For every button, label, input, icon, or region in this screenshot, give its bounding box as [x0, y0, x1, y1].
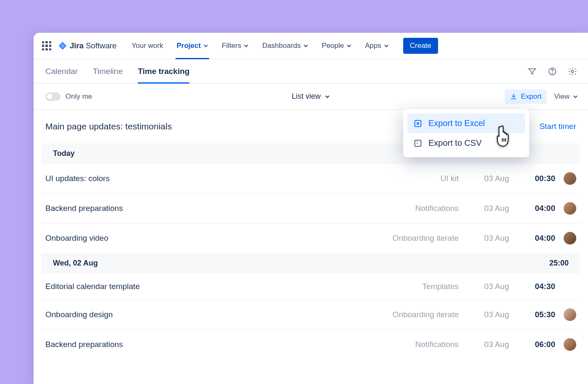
entry-project: UI kit	[349, 174, 459, 183]
entry-project: Onboarding iterate	[349, 234, 459, 243]
entry-date: 03 Aug	[459, 310, 509, 319]
entry-project: Templates	[349, 282, 459, 291]
entry-duration: 04:30	[509, 282, 555, 291]
nav-people[interactable]: People	[315, 33, 358, 59]
avatar	[564, 202, 576, 215]
svg-point-1	[552, 73, 553, 74]
export-csv-icon	[413, 139, 423, 148]
app-window: Jira Software Your work Project Filters …	[34, 33, 588, 384]
nav-project[interactable]: Project	[170, 33, 215, 59]
tabs: Calendar Timeline Time tracking	[45, 59, 189, 83]
time-entry-row[interactable]: Editorial calendar template Templates 03…	[41, 274, 580, 300]
entry-duration: 05:30	[509, 310, 555, 319]
entry-duration: 04:00	[509, 204, 555, 213]
group-name: Wed, 02 Aug	[53, 259, 98, 268]
export-csv-item[interactable]: Export to CSV	[407, 133, 525, 153]
svg-point-2	[571, 70, 574, 73]
jira-icon	[58, 41, 67, 50]
chevron-down-icon	[573, 94, 578, 99]
entry-avatar-cell	[555, 172, 576, 185]
nav-filters[interactable]: Filters	[215, 33, 255, 59]
chevron-down-icon	[244, 43, 249, 48]
brand-text: Jira Software	[70, 41, 117, 50]
chevron-down-icon	[303, 43, 308, 48]
top-nav: Jira Software Your work Project Filters …	[34, 33, 588, 59]
avatar	[564, 338, 576, 351]
entry-avatar-cell	[555, 232, 576, 245]
export-dropdown: Export to Excel Export to CSV	[403, 109, 529, 157]
entry-avatar-cell	[555, 308, 576, 321]
entry-avatar-cell	[555, 338, 576, 351]
entry-date: 03 Aug	[459, 204, 509, 213]
settings-icon[interactable]	[567, 66, 578, 77]
chevron-down-icon	[346, 43, 352, 48]
tab-time-tracking[interactable]: Time tracking	[138, 59, 189, 83]
time-entry-row[interactable]: Onboarding video Onboarding iterate 03 A…	[41, 224, 580, 253]
entry-name: UI updates: colors	[45, 174, 349, 183]
current-task-title: Main page updates: testimonials	[45, 121, 172, 132]
entry-date: 03 Aug	[459, 234, 509, 243]
entry-date: 03 Aug	[459, 174, 509, 183]
only-me-label: Only me	[66, 92, 92, 101]
group-name: Today	[53, 149, 75, 158]
avatar	[564, 172, 576, 185]
group-rows: UI updates: colors UI kit 03 Aug 00:30 B…	[41, 164, 580, 253]
chevron-down-icon	[384, 43, 389, 48]
filter-icon[interactable]	[527, 66, 538, 77]
group-header: Wed, 02 Aug 25:00	[41, 253, 580, 274]
entry-date: 03 Aug	[459, 340, 509, 349]
entry-name: Onboarding design	[45, 310, 349, 319]
time-entry-row[interactable]: UI updates: colors UI kit 03 Aug 00:30	[41, 164, 580, 194]
brand-logo[interactable]: Jira Software	[58, 41, 117, 50]
time-entry-row[interactable]: Onboarding design Onboarding iterate 03 …	[41, 300, 580, 330]
tab-calendar[interactable]: Calendar	[45, 59, 78, 83]
entry-project: Notifications	[349, 204, 459, 213]
entry-date: 03 Aug	[459, 282, 509, 291]
entry-name: Backend preparations	[45, 204, 349, 213]
export-excel-item[interactable]: Export to Excel	[407, 113, 525, 133]
avatar	[564, 232, 576, 245]
time-entry-row[interactable]: Backend preparations Notifications 03 Au…	[41, 194, 580, 224]
toolbar: Only me List view Export View	[34, 84, 588, 110]
nav-dashboards[interactable]: Dashboards	[255, 33, 315, 59]
chevron-down-icon	[203, 43, 208, 48]
download-icon	[510, 93, 517, 100]
start-timer-link[interactable]: Start timer	[539, 122, 576, 131]
entry-duration: 00:30	[509, 174, 555, 183]
entry-name: Backend preparations	[45, 340, 349, 349]
sub-nav: Calendar Timeline Time tracking	[34, 59, 588, 84]
create-button[interactable]: Create	[403, 38, 438, 54]
help-icon[interactable]	[547, 66, 558, 77]
chevron-down-icon	[325, 94, 330, 99]
export-button[interactable]: Export	[505, 89, 546, 104]
entry-name: Onboarding video	[45, 234, 349, 243]
tab-timeline[interactable]: Timeline	[93, 59, 123, 83]
time-entries: Today UI updates: colors UI kit 03 Aug 0…	[34, 143, 588, 359]
group-total: 25:00	[549, 259, 569, 268]
app-switcher-icon[interactable]	[41, 40, 52, 51]
only-me-toggle[interactable]	[45, 92, 60, 101]
view-select[interactable]: View	[554, 92, 578, 101]
entry-avatar-cell	[555, 202, 576, 215]
right-tools: Export View	[505, 89, 578, 104]
list-view-select[interactable]: List view	[291, 92, 330, 101]
nav-items: Your work Project Filters Dashboards Peo…	[125, 33, 396, 59]
export-excel-icon	[413, 119, 423, 128]
nav-apps[interactable]: Apps	[358, 33, 396, 59]
svg-rect-4	[415, 140, 421, 146]
time-entry-row[interactable]: Backend preparations Notifications 03 Au…	[41, 330, 580, 359]
sub-actions	[527, 66, 578, 77]
avatar	[564, 308, 576, 321]
entry-project: Onboarding iterate	[349, 310, 459, 319]
entry-project: Notifications	[349, 340, 459, 349]
entry-duration: 06:00	[509, 340, 555, 349]
entry-duration: 04:00	[509, 234, 555, 243]
nav-your-work[interactable]: Your work	[125, 33, 170, 59]
group-rows: Editorial calendar template Templates 03…	[41, 274, 580, 359]
entry-name: Editorial calendar template	[45, 282, 349, 291]
